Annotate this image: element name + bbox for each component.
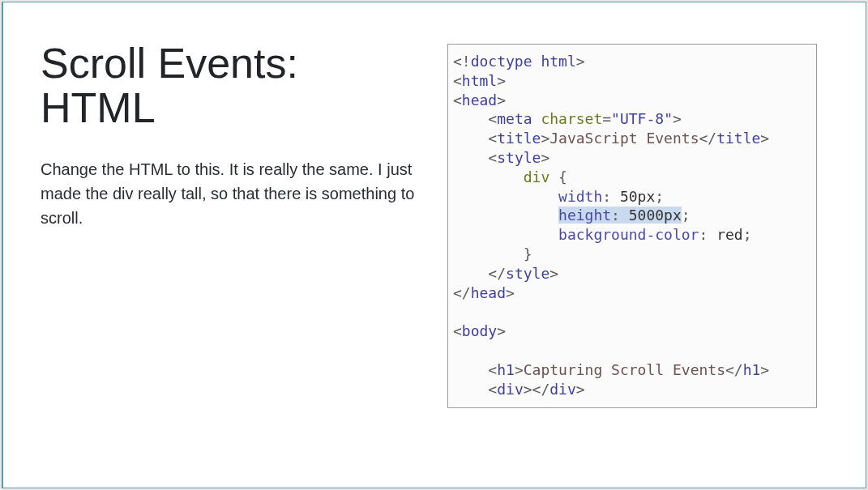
code-h1-open: h1	[497, 361, 515, 378]
code-style-open: style	[497, 149, 541, 166]
code-val-width: 50px	[620, 188, 655, 205]
code-meta-attr: charset	[541, 110, 602, 127]
code-head-open: head	[462, 92, 497, 109]
code-style-close: style	[506, 265, 549, 282]
code-panel: <!doctype html> <html> <head> <meta char…	[447, 44, 817, 408]
code-brace-close: }	[524, 245, 532, 262]
code-h1-text: Capturing Scroll Events	[524, 361, 725, 378]
code-meta-val: "UTF-8"	[611, 110, 673, 127]
code-div-open: div	[497, 381, 524, 398]
slide-title: Scroll Events: HTML	[41, 41, 421, 130]
code-prop-width: width	[558, 188, 602, 205]
code-head-close: head	[471, 284, 506, 301]
code-meta: meta	[497, 110, 532, 127]
code-title-open: title	[497, 130, 541, 147]
code-body-open: body	[462, 322, 497, 339]
code-prop-bg: background-color	[558, 226, 699, 243]
code-title-text: JavaScript Events	[549, 130, 699, 147]
code-prop-height: height	[558, 207, 611, 224]
code-val-height: 5000px	[629, 207, 682, 224]
code-doctype: doctype html	[471, 53, 576, 70]
left-column: Scroll Events: HTML Change the HTML to t…	[41, 41, 421, 230]
slide-frame: Scroll Events: HTML Change the HTML to t…	[2, 2, 866, 488]
code-div-close: div	[549, 381, 576, 398]
code-selector: div	[524, 168, 550, 185]
code-val-bg: red	[716, 226, 743, 243]
slide-body-text: Change the HTML to this. It is really th…	[41, 157, 421, 230]
code-title-close: title	[716, 130, 760, 147]
code-brace-open: {	[558, 168, 567, 185]
code-block: <!doctype html> <html> <head> <meta char…	[448, 45, 816, 398]
code-h1-close: h1	[743, 361, 761, 378]
code-html-open: html	[462, 72, 497, 89]
